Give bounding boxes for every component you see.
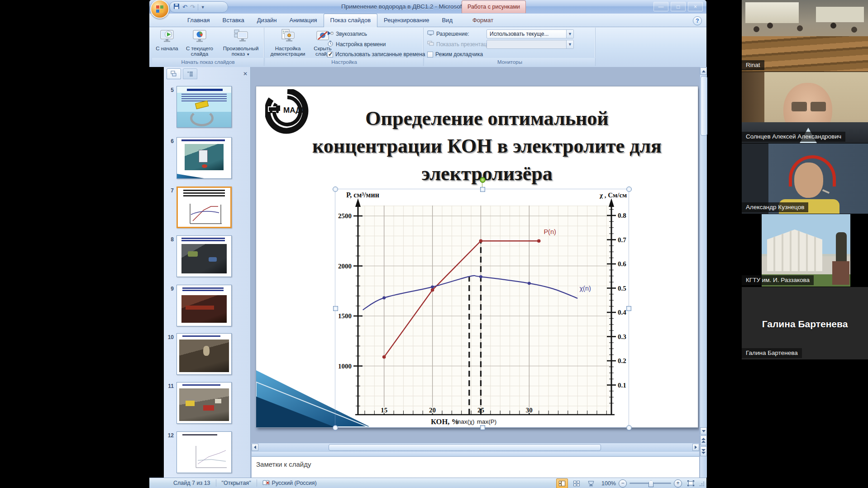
participant-name-label: Галина Бартенева bbox=[742, 348, 802, 358]
tab-Рецензирование[interactable]: Рецензирование bbox=[377, 14, 435, 27]
resize-handle-nw[interactable] bbox=[333, 187, 338, 192]
participant-tile-5[interactable]: Галина БартеневаГалина Бартенева bbox=[742, 287, 868, 360]
participant-tile-1[interactable]: Rinat bbox=[742, 0, 868, 72]
participant-tile-3[interactable]: Александр Кузнецов bbox=[742, 144, 868, 214]
resize-handle-se[interactable] bbox=[626, 425, 632, 431]
tab-Анимация[interactable]: Анимация bbox=[283, 14, 324, 27]
slide-thumbnail-6[interactable] bbox=[176, 137, 232, 179]
minimize-button[interactable]: — bbox=[653, 2, 668, 11]
slide-number: 12 bbox=[166, 432, 174, 439]
maximize-button[interactable]: □ bbox=[671, 2, 686, 11]
normal-view-button[interactable] bbox=[556, 478, 568, 488]
office-button[interactable] bbox=[150, 0, 169, 19]
participant-tile-2[interactable]: Солнцев Алексей Александрович bbox=[742, 72, 868, 144]
slide-title-line: Определение оптимальной bbox=[281, 105, 693, 132]
office-logo-icon bbox=[156, 5, 164, 13]
panel-header: ✕ bbox=[164, 68, 250, 80]
resize-handle-w[interactable] bbox=[333, 306, 338, 311]
rotate-handle[interactable] bbox=[480, 177, 486, 183]
record-narration-option[interactable]: Звукозапись bbox=[327, 30, 367, 38]
presenter-view-checkbox[interactable] bbox=[427, 52, 433, 57]
setup-show-button[interactable]: Настройка демонстрации bbox=[267, 29, 309, 57]
dropdown-arrow-icon: ▼ bbox=[566, 40, 573, 48]
svg-text:0.7: 0.7 bbox=[618, 236, 626, 244]
use-rehearsed-timings-checkbox[interactable] bbox=[327, 52, 333, 57]
custom-show-button[interactable]: Произвольный показ ▼ bbox=[219, 29, 262, 57]
from-current-slide-button[interactable]: С текущего слайда bbox=[180, 29, 219, 57]
scroll-up-icon[interactable] bbox=[700, 67, 707, 75]
previous-slide-button[interactable] bbox=[700, 435, 707, 445]
group-monitors: Разрешение: Использовать текуще... ▼ Пок… bbox=[424, 28, 596, 57]
tab-slides-thumbnails[interactable] bbox=[167, 68, 181, 79]
svg-text:P(n): P(n) bbox=[544, 228, 556, 235]
slide-thumbnail-11[interactable] bbox=[176, 382, 232, 424]
vertical-scroll-thumb[interactable] bbox=[701, 76, 707, 136]
tab-Дизайн[interactable]: Дизайн bbox=[251, 14, 283, 27]
horizontal-scrollbar[interactable] bbox=[252, 443, 699, 451]
zoom-out-button[interactable]: − bbox=[619, 479, 627, 488]
title-bar[interactable]: Применение водорода в ДВС1.2 - Microsoft… bbox=[149, 0, 706, 14]
resize-handle-n[interactable] bbox=[480, 187, 485, 192]
zoom-level[interactable]: 100% bbox=[601, 480, 616, 487]
tab-outline[interactable] bbox=[183, 68, 197, 79]
horizontal-scroll-thumb[interactable] bbox=[329, 444, 601, 451]
resize-handle-s[interactable] bbox=[480, 425, 485, 430]
ribbon-tab-strip: ГлавнаяВставкаДизайнАнимацияПоказ слайдо… bbox=[149, 14, 706, 27]
next-slide-button[interactable] bbox=[700, 446, 707, 456]
slide-thumbnail-8[interactable] bbox=[176, 235, 232, 277]
slide-sorter-view-button[interactable] bbox=[571, 478, 582, 488]
quick-access-toolbar: ↶ ↷ ▼ bbox=[169, 1, 228, 13]
presenter-view-option[interactable]: Режим докладчика bbox=[427, 51, 483, 57]
vertical-scrollbar[interactable] bbox=[700, 67, 707, 478]
help-button[interactable]: ? bbox=[693, 16, 702, 25]
slide-title[interactable]: Определение оптимальной концентрации КОН… bbox=[281, 105, 693, 187]
slide-thumbnail-7[interactable] bbox=[176, 187, 232, 228]
from-beginning-button[interactable]: С начала bbox=[154, 29, 180, 57]
notes-pane[interactable]: Заметки к слайду bbox=[252, 456, 699, 478]
slide-number: 10 bbox=[166, 334, 174, 340]
presenter-view-label: Режим докладчика bbox=[435, 51, 483, 57]
slide-number: 6 bbox=[166, 138, 174, 144]
zoom-slider-thumb[interactable] bbox=[649, 480, 653, 487]
slide-thumbnail-10[interactable] bbox=[176, 333, 232, 375]
tab-Вставка[interactable]: Вставка bbox=[216, 14, 250, 27]
svg-text:20: 20 bbox=[429, 407, 436, 414]
proofing-status[interactable]: Русский (Россия) bbox=[258, 480, 321, 486]
koh-chart: 1520253010001500200025000.10.20.30.40.50… bbox=[335, 189, 629, 427]
zoom-in-button[interactable]: + bbox=[674, 479, 682, 488]
use-rehearsed-timings-option[interactable]: Использовать записанные времена bbox=[327, 51, 425, 57]
qat-more-icon[interactable]: ▼ bbox=[201, 5, 205, 10]
tab-Главная[interactable]: Главная bbox=[181, 14, 216, 27]
resize-handle-sw[interactable] bbox=[333, 425, 338, 431]
slideshow-view-button[interactable] bbox=[585, 478, 597, 488]
chart-picture[interactable]: 1520253010001500200025000.10.20.30.40.50… bbox=[335, 189, 629, 427]
tab-Формат[interactable]: Формат bbox=[466, 14, 500, 27]
fit-slide-to-window-button[interactable] bbox=[685, 478, 696, 488]
redo-icon[interactable]: ↷ bbox=[190, 4, 195, 10]
record-narration-label: Звукозапись bbox=[336, 31, 367, 37]
rehearse-timings-label: Настройка времени bbox=[336, 41, 386, 48]
resolution-dropdown[interactable]: Использовать текуще... ▼ bbox=[486, 29, 574, 38]
slide-thumbnail-5[interactable] bbox=[176, 86, 232, 128]
save-icon[interactable] bbox=[173, 3, 180, 11]
tab-Показ слайдов[interactable]: Показ слайдов bbox=[324, 14, 378, 27]
slide-canvas[interactable]: МАДИ Определение оптимальной концентраци… bbox=[256, 86, 698, 428]
theme-name[interactable]: "Открытая" bbox=[217, 480, 256, 486]
close-button[interactable]: × bbox=[688, 2, 703, 11]
dropdown-arrow-icon[interactable]: ▼ bbox=[566, 30, 573, 38]
tab-Вид[interactable]: Вид bbox=[435, 14, 459, 27]
slide-thumbnail-12[interactable] bbox=[176, 431, 232, 473]
scroll-left-icon[interactable] bbox=[252, 444, 258, 451]
resize-grip[interactable] bbox=[699, 480, 705, 487]
resize-handle-ne[interactable] bbox=[626, 187, 632, 192]
scroll-right-icon[interactable] bbox=[692, 444, 699, 451]
zoom-slider[interactable] bbox=[630, 483, 671, 484]
rehearse-timings-icon bbox=[327, 41, 334, 48]
participant-tile-4[interactable]: КГТУ им. И. Раззакова bbox=[742, 214, 868, 287]
undo-icon[interactable]: ↶ bbox=[182, 4, 187, 10]
scroll-down-icon[interactable] bbox=[700, 427, 707, 435]
slide-thumbnail-9[interactable] bbox=[176, 285, 232, 326]
rehearse-timings-option[interactable]: Настройка времени bbox=[327, 41, 386, 48]
resize-handle-e[interactable] bbox=[626, 306, 631, 311]
close-panel-icon[interactable]: ✕ bbox=[243, 71, 248, 77]
